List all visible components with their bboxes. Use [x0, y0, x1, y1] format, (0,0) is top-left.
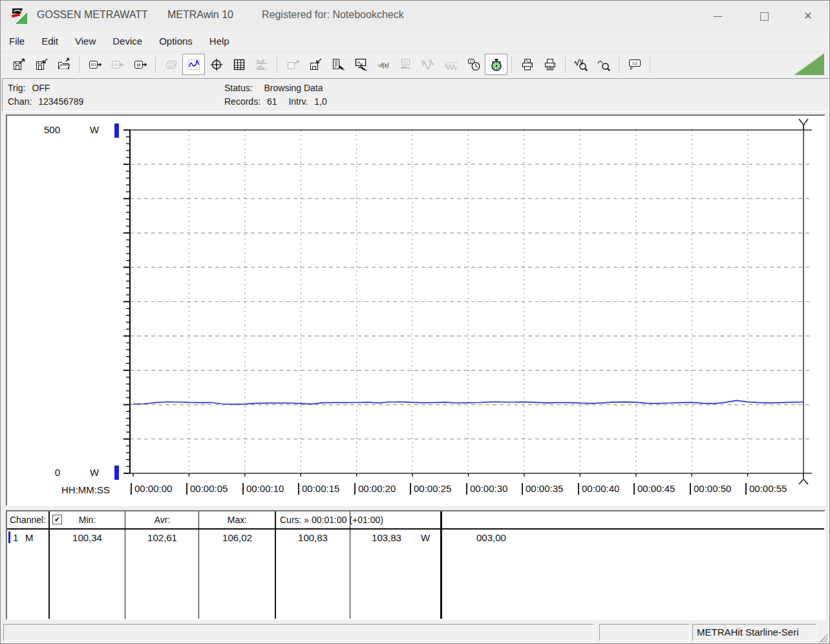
records-line: Records: 61 Intrv. 1,0 [224, 95, 327, 109]
resize-grip[interactable] [816, 632, 828, 643]
y-axis-min-label: 0 [33, 467, 60, 478]
toolbar-device-config-button[interactable]: 321 [394, 54, 417, 75]
x-tick-label: 00:00:00 [131, 483, 172, 495]
menu-device[interactable]: Device [104, 32, 151, 51]
y-min-range-marker[interactable] [114, 466, 119, 480]
toolbar-print-chart-button[interactable] [516, 54, 538, 75]
y-max-range-marker[interactable] [114, 123, 119, 138]
x-tick-label: 00:00:35 [522, 483, 563, 495]
toolbar-separator [619, 56, 619, 73]
toolbar-annotation-button[interactable]: 1/2 [623, 54, 646, 75]
menu-edit[interactable]: Edit [33, 32, 67, 51]
export-disk-icon [286, 58, 300, 72]
acquisition-info-panel: Trig: OFF Chan: 123456789 Status: Browsi… [2, 78, 829, 112]
write-device-321-icon: 321 [111, 58, 125, 72]
toolbar-separator [155, 56, 156, 73]
monitor-settings-icon [354, 58, 368, 72]
table-header-min: Min: [50, 515, 125, 525]
toolbar-write-device-321-button[interactable]: 321 [106, 54, 129, 75]
close-button[interactable]: ✕ [793, 6, 823, 27]
status-line: Status: Browsing Data [224, 81, 327, 95]
toolbar-table-view-button[interactable] [228, 54, 250, 75]
table-column-divider [48, 511, 50, 619]
wave-markers-icon [421, 58, 436, 72]
menu-view[interactable]: View [67, 32, 104, 51]
toolbar-print-button[interactable] [538, 54, 561, 75]
y-axis-unit-top: W [90, 124, 99, 135]
menu-help[interactable]: Help [201, 32, 238, 51]
svg-text:1257: 1257 [167, 64, 174, 67]
save-export-icon [12, 58, 26, 72]
histogram-view-icon [255, 58, 269, 72]
toolbar-multimeter-display-button[interactable]: 1257 [160, 54, 182, 75]
svg-text:12: 12 [469, 59, 473, 63]
maximize-button[interactable] [749, 6, 779, 27]
table-header-avr: Avr: [126, 515, 198, 525]
table-header-divider [7, 528, 824, 530]
toolbar-function-fx-button[interactable]: =f(x) [372, 54, 394, 75]
title-brand: GOSSEN METRAWATT [37, 9, 148, 21]
channel-color-marker [8, 531, 10, 543]
menu-file[interactable]: File [1, 32, 33, 51]
statusbar-message-area [3, 624, 594, 641]
toolbar-device-list-settings-button[interactable] [326, 54, 349, 75]
close-icon: ✕ [803, 11, 812, 21]
save-import-icon [34, 58, 48, 72]
device-config-icon: 321 [399, 58, 413, 72]
svg-text:321: 321 [112, 62, 118, 66]
toolbar-xy-view-button[interactable] [205, 54, 228, 75]
maximize-icon [760, 12, 769, 21]
records-label: Records: [224, 96, 261, 107]
toolbar-schedule-clock-button[interactable]: 12 [462, 54, 485, 75]
values-table: Channel: ✔ Min: Avr: Max: Curs: » 00:01:… [6, 510, 825, 620]
toolbar-zoom-in-wave-button[interactable] [569, 54, 592, 75]
read-device-321-icon: 321 [88, 58, 102, 72]
table-header-cursor: Curs: » 00:01:00 (+01:00) [280, 515, 383, 525]
print-chart-icon [520, 58, 535, 72]
channel-label: Chan: [8, 96, 32, 107]
toolbar-wave-markers-button[interactable] [417, 54, 440, 75]
toolbar-histogram-view-button[interactable] [250, 54, 273, 75]
read-memory-icon: M [133, 58, 147, 72]
svg-text:321: 321 [90, 62, 96, 66]
toolbar-import-disk-button[interactable] [304, 54, 326, 75]
toolbar: 321 321 M 1257 [1, 52, 829, 77]
toolbar-read-device-321-button[interactable]: 321 [83, 54, 106, 75]
toolbar-monitor-settings-button[interactable] [349, 54, 372, 75]
toolbar-separator [565, 56, 566, 73]
toolbar-curve-view-button[interactable] [182, 54, 205, 75]
toolbar-wave-dense-button[interactable] [440, 54, 462, 75]
trigger-value: OFF [32, 83, 50, 93]
table-column-divider [440, 511, 442, 619]
x-tick-label: 00:00:25 [410, 483, 451, 495]
statusbar: METRAHit Starline-Seri [1, 621, 829, 644]
device-list-settings-icon [331, 58, 345, 72]
minimize-button[interactable] [703, 6, 732, 27]
toolbar-open-file-button[interactable] [52, 54, 75, 75]
toolbar-save-import-button[interactable] [30, 54, 52, 75]
toolbar-separator [79, 56, 80, 73]
toolbar-save-export-button[interactable] [7, 54, 30, 75]
x-tick-label: 00:00:30 [466, 483, 507, 495]
app-window: GOSSEN METRAWATT METRAwin 10 Registered … [0, 0, 830, 644]
statusbar-device-name: METRAHit Starline-Seri [692, 624, 816, 641]
row-delta-value: 003,00 [476, 532, 506, 543]
multimeter-display-icon: 1257 [164, 58, 178, 72]
row-unit: W [421, 532, 430, 543]
interval-value: 1,0 [314, 96, 326, 107]
toolbar-zoom-out-wave-button[interactable] [592, 54, 615, 75]
toolbar-read-memory-button[interactable]: M [129, 54, 151, 75]
row-channel-mode: M [25, 532, 34, 543]
x-tick-label: 00:00:55 [745, 483, 787, 495]
menu-options[interactable]: Options [151, 32, 201, 51]
table-column-divider [350, 511, 350, 619]
toolbar-timer-recorder-button[interactable] [485, 54, 507, 75]
chart-plot[interactable] [7, 116, 824, 505]
svg-text:321: 321 [403, 60, 408, 63]
import-disk-icon [308, 58, 323, 72]
toolbar-separator [511, 56, 512, 73]
toolbar-export-disk-button[interactable] [281, 54, 304, 75]
table-column-divider [198, 511, 199, 619]
zoom-in-wave-icon [573, 58, 589, 72]
channel-status: Chan: 123456789 [8, 95, 83, 109]
